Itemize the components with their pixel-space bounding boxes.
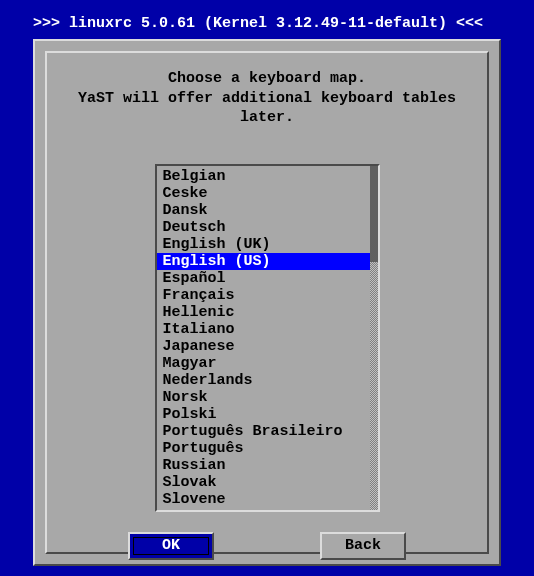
keymap-item[interactable]: Russian — [157, 457, 370, 474]
dialog-prompt: Choose a keyboard map. YaST will offer a… — [57, 63, 477, 138]
keymap-item[interactable]: Belgian — [157, 168, 370, 185]
keymap-item[interactable]: Norsk — [157, 389, 370, 406]
keymap-item[interactable]: Deutsch — [157, 219, 370, 236]
back-button[interactable]: Back — [320, 532, 406, 560]
title-bar: >>> linuxrc 5.0.61 (Kernel 3.12.49-11-de… — [33, 15, 483, 32]
keymap-item[interactable]: English (UK) — [157, 236, 370, 253]
keymap-item[interactable]: Slovak — [157, 474, 370, 491]
keymap-item[interactable]: Ceske — [157, 185, 370, 202]
button-row: OK Back — [57, 524, 477, 568]
keymap-items: BelgianCeskeDanskDeutschEnglish (UK)Engl… — [157, 166, 370, 510]
keymap-item[interactable]: Italiano — [157, 321, 370, 338]
keymap-item[interactable]: Slovene — [157, 491, 370, 508]
keymap-item[interactable]: Nederlands — [157, 372, 370, 389]
keymap-item[interactable]: Español — [157, 270, 370, 287]
scrollbar[interactable] — [370, 166, 378, 510]
ok-button-label: OK — [162, 537, 180, 554]
keymap-item[interactable]: English (US) — [157, 253, 370, 270]
keymap-item[interactable]: Magyar — [157, 355, 370, 372]
back-button-label: Back — [345, 537, 381, 554]
keymap-item[interactable]: Hellenic — [157, 304, 370, 321]
prompt-line: YaST will offer additional keyboard tabl… — [61, 89, 473, 128]
prompt-line: Choose a keyboard map. — [61, 69, 473, 89]
keymap-item[interactable]: Polski — [157, 406, 370, 423]
scrollbar-thumb[interactable] — [370, 166, 378, 262]
ok-button[interactable]: OK — [128, 532, 214, 560]
listbox-container: BelgianCeskeDanskDeutschEnglish (UK)Engl… — [57, 138, 477, 524]
dialog-outer: Choose a keyboard map. YaST will offer a… — [33, 39, 501, 566]
keymap-item[interactable]: Japanese — [157, 338, 370, 355]
keymap-item[interactable]: Português — [157, 440, 370, 457]
keymap-item[interactable]: Português Brasileiro — [157, 423, 370, 440]
dialog-inner: Choose a keyboard map. YaST will offer a… — [45, 51, 489, 554]
keymap-listbox[interactable]: BelgianCeskeDanskDeutschEnglish (UK)Engl… — [155, 164, 380, 512]
keymap-item[interactable]: Français — [157, 287, 370, 304]
keymap-item[interactable]: Dansk — [157, 202, 370, 219]
